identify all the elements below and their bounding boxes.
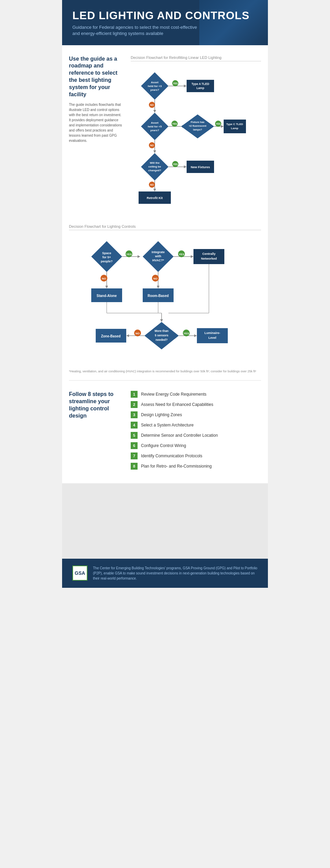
svg-text:Retrofit Kit: Retrofit Kit (147, 196, 163, 200)
svg-text:YES: YES (172, 123, 177, 125)
svg-text:people?: people? (101, 260, 113, 263)
svg-text:YES: YES (173, 163, 178, 165)
svg-marker-101 (194, 334, 197, 337)
roadmap-tagline: Use the guide as a roadmap and reference… (69, 55, 124, 98)
svg-text:held for <5: held for <5 (148, 125, 162, 128)
footer: GSA The Center for Emerging Building Tec… (62, 559, 268, 588)
svg-text:Type C TLED: Type C TLED (226, 123, 243, 126)
svg-text:NO: NO (150, 104, 154, 106)
step-text: Configure Control Wiring (141, 442, 186, 449)
steps-list: 1 Review Energy Code Requirements 2 Asse… (131, 391, 261, 473)
svg-marker-78 (157, 286, 160, 288)
svg-text:Luminaire-: Luminaire- (204, 331, 220, 335)
svg-marker-67 (191, 255, 193, 258)
footer-logo: GSA (72, 566, 87, 581)
roadmap-left: Use the guide as a roadmap and reference… (69, 55, 124, 211)
svg-text:Zone-Based: Zone-Based (101, 334, 120, 338)
svg-marker-28 (221, 125, 224, 128)
svg-text:YES: YES (126, 253, 132, 256)
svg-text:needed?: needed? (156, 338, 168, 342)
svg-text:YES: YES (184, 332, 189, 335)
svg-marker-59 (138, 255, 140, 258)
section-steps: Follow 8 steps to streamline your lighti… (62, 381, 268, 483)
section-roadmap: Use the guide as a roadmap and reference… (62, 45, 268, 218)
svg-text:NO: NO (135, 332, 140, 335)
step-item: 5 Determine Sensor and Controller Locati… (131, 432, 261, 439)
step-text: Assess Need for Enhanced Capabilities (141, 401, 213, 408)
flowchart2-title: Decision Flowchart for Lighting Controls (69, 224, 261, 230)
section-gray (62, 483, 268, 559)
svg-text:years?: years? (150, 129, 159, 132)
svg-text:YES: YES (216, 123, 221, 125)
step-item: 7 Identify Communication Protocols (131, 452, 261, 459)
svg-rect-31 (224, 120, 246, 133)
step-number: 7 (131, 452, 138, 459)
svg-text:Space: Space (102, 251, 111, 255)
step-text: Plan for Retro- and Re-Commissioning (141, 463, 212, 469)
step-item: 8 Plan for Retro- and Re-Commissioning (131, 463, 261, 470)
flowchart1-container: Decision Flowchart for Retrofitting Line… (131, 55, 261, 211)
footer-text: The Center for Emerging Building Technol… (93, 566, 258, 581)
flowchart1-svg: Asset held for <3 years? YES Type A TLED… (131, 65, 247, 209)
page-subtitle: Guidance for Federal agencies to select … (72, 24, 203, 37)
flowchart1-title: Decision Flowchart for Retrofitting Line… (131, 55, 261, 61)
svg-marker-74 (105, 286, 108, 288)
flowchart2-svg: Space for 5+ people? YES Integrate with … (69, 234, 254, 364)
svg-text:New Fixtures: New Fixtures (191, 165, 210, 169)
step-number: 4 (131, 422, 138, 429)
svg-marker-97 (126, 334, 129, 337)
svg-text:>2 fluorescent: >2 fluorescent (189, 124, 207, 127)
header: LED LIGHTING AND CONTROLS Guidance for F… (62, 0, 268, 45)
svg-text:YES: YES (179, 253, 185, 256)
step-number: 6 (131, 442, 138, 449)
svg-text:Type A TLED: Type A TLED (191, 82, 209, 86)
roadmap-description: The guide includes flowcharts that illus… (69, 102, 124, 143)
step-number: 3 (131, 411, 138, 418)
svg-text:Integrate: Integrate (152, 250, 165, 254)
svg-marker-35 (153, 150, 156, 153)
svg-text:Networked: Networked (201, 257, 217, 260)
svg-text:Level: Level (208, 336, 216, 339)
svg-rect-70 (193, 249, 224, 264)
svg-text:More than: More than (155, 329, 169, 333)
svg-text:NO: NO (102, 277, 106, 280)
svg-text:Will the: Will the (150, 161, 160, 164)
svg-text:NO: NO (150, 184, 154, 186)
svg-text:with: with (155, 255, 161, 258)
step-item: 1 Review Energy Code Requirements (131, 391, 261, 398)
svg-rect-8 (187, 80, 214, 92)
svg-text:for 5+: for 5+ (103, 256, 111, 259)
svg-text:NO: NO (153, 277, 157, 280)
step-item: 2 Assess Need for Enhanced Capabilities (131, 401, 261, 408)
svg-marker-5 (184, 85, 187, 87)
section-controls: Decision Flowchart for Lighting Controls… (62, 218, 268, 381)
steps-tagline: Follow 8 steps to streamline your lighti… (69, 391, 124, 419)
svg-text:Fixture has: Fixture has (191, 121, 204, 124)
svg-text:ceiling be: ceiling be (149, 165, 161, 168)
svg-text:Lamp: Lamp (231, 127, 238, 130)
step-item: 6 Configure Control Wiring (131, 442, 261, 449)
step-number: 2 (131, 401, 138, 408)
svg-text:YES: YES (173, 82, 178, 85)
step-item: 4 Select a System Architecture (131, 422, 261, 429)
svg-marker-43 (184, 165, 187, 168)
svg-text:Centrally: Centrally (202, 252, 216, 256)
svg-text:HVAC?*: HVAC?* (152, 259, 164, 262)
svg-marker-12 (153, 110, 156, 113)
step-text: Select a System Architecture (141, 422, 193, 428)
svg-text:Room-Based: Room-Based (148, 294, 169, 298)
step-text: Design Lighting Zones (141, 411, 182, 418)
page-title: LED LIGHTING AND CONTROLS (72, 10, 258, 22)
page: LED LIGHTING AND CONTROLS Guidance for F… (62, 0, 268, 588)
step-number: 8 (131, 463, 138, 470)
steps-left: Follow 8 steps to streamline your lighti… (69, 391, 124, 473)
step-number: 5 (131, 432, 138, 439)
svg-marker-49 (153, 189, 156, 191)
svg-text:NO: NO (150, 144, 154, 147)
svg-text:5 sensors: 5 sensors (155, 334, 168, 337)
svg-text:Asset: Asset (151, 121, 158, 124)
step-text: Determine Sensor and Controller Location (141, 432, 218, 438)
svg-text:held for <3: held for <3 (148, 85, 162, 88)
svg-text:lamps?: lamps? (193, 128, 202, 131)
step-text: Review Energy Code Requirements (141, 391, 207, 397)
